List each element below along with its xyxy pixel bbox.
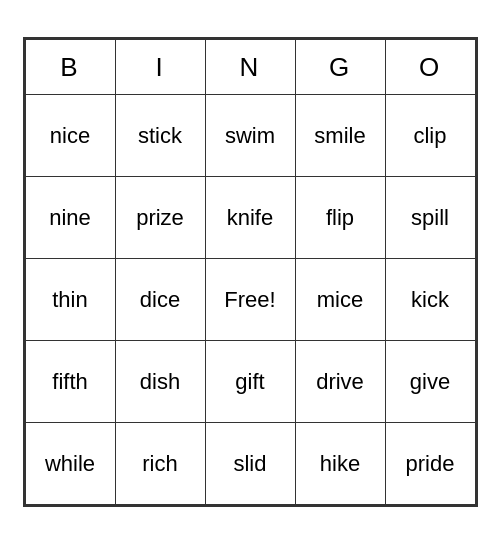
table-row: nineprizeknifeflipspill: [25, 177, 475, 259]
cell-r0-c3: smile: [295, 95, 385, 177]
header-cell-g: G: [295, 40, 385, 95]
cell-r1-c4: spill: [385, 177, 475, 259]
cell-r1-c3: flip: [295, 177, 385, 259]
table-row: nicestickswimsmileclip: [25, 95, 475, 177]
cell-r1-c1: prize: [115, 177, 205, 259]
cell-r4-c3: hike: [295, 423, 385, 505]
bingo-table: BINGO nicestickswimsmileclipnineprizekni…: [25, 39, 476, 505]
cell-r4-c4: pride: [385, 423, 475, 505]
cell-r2-c3: mice: [295, 259, 385, 341]
cell-r3-c2: gift: [205, 341, 295, 423]
cell-r2-c4: kick: [385, 259, 475, 341]
cell-r0-c4: clip: [385, 95, 475, 177]
header-cell-o: O: [385, 40, 475, 95]
header-cell-i: I: [115, 40, 205, 95]
cell-r1-c0: nine: [25, 177, 115, 259]
cell-r4-c0: while: [25, 423, 115, 505]
header-cell-n: N: [205, 40, 295, 95]
cell-r1-c2: knife: [205, 177, 295, 259]
cell-r2-c2: Free!: [205, 259, 295, 341]
cell-r3-c3: drive: [295, 341, 385, 423]
cell-r3-c1: dish: [115, 341, 205, 423]
table-row: whilerichslidhikepride: [25, 423, 475, 505]
cell-r4-c2: slid: [205, 423, 295, 505]
header-row: BINGO: [25, 40, 475, 95]
cell-r3-c0: fifth: [25, 341, 115, 423]
cell-r0-c2: swim: [205, 95, 295, 177]
cell-r2-c1: dice: [115, 259, 205, 341]
cell-r2-c0: thin: [25, 259, 115, 341]
table-row: fifthdishgiftdrivegive: [25, 341, 475, 423]
bingo-card: BINGO nicestickswimsmileclipnineprizekni…: [23, 37, 478, 507]
cell-r3-c4: give: [385, 341, 475, 423]
cell-r4-c1: rich: [115, 423, 205, 505]
cell-r0-c1: stick: [115, 95, 205, 177]
header-cell-b: B: [25, 40, 115, 95]
cell-r0-c0: nice: [25, 95, 115, 177]
table-row: thindiceFree!micekick: [25, 259, 475, 341]
